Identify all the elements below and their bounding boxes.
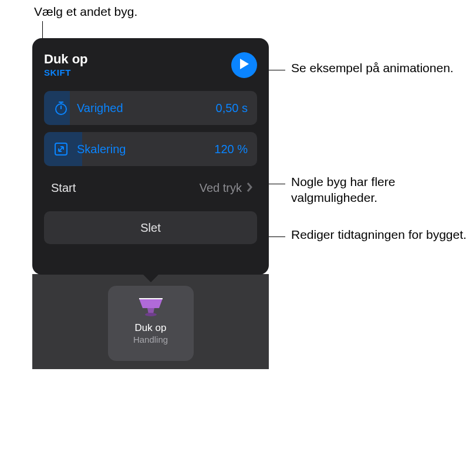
duration-row[interactable]: Varighed 0,50 s xyxy=(44,91,257,125)
popup-title-block: Duk op SKIFT xyxy=(44,52,88,77)
scale-value: 120 % xyxy=(214,143,248,156)
callout-text: Nogle byg har flere valgmuligheder. xyxy=(291,175,395,204)
lamp-icon xyxy=(136,293,166,317)
callout-text: Rediger tidtagningen for bygget. xyxy=(291,228,467,241)
stopwatch-icon xyxy=(53,100,69,116)
svg-point-5 xyxy=(145,313,157,316)
scale-label: Skalering xyxy=(77,143,214,156)
start-timing-row[interactable]: Start Ved tryk xyxy=(44,173,257,203)
build-card-title: Duk op xyxy=(135,322,167,334)
chevron-right-icon xyxy=(247,182,252,195)
preview-play-button[interactable] xyxy=(231,52,257,78)
duration-label: Varighed xyxy=(77,102,216,115)
change-build-button[interactable]: SKIFT xyxy=(44,67,88,77)
callout-choose-other-build: Vælg et andet byg. xyxy=(34,4,137,19)
build-card[interactable]: Duk op Handling xyxy=(108,286,194,361)
duration-value: 0,50 s xyxy=(216,102,248,115)
popup-title: Duk op xyxy=(44,52,88,66)
bottom-strip: Duk op Handling xyxy=(32,274,269,369)
play-icon xyxy=(239,58,249,72)
popup-header: Duk op SKIFT xyxy=(44,52,257,78)
build-options-popup: Duk op SKIFT xyxy=(32,38,269,275)
callout-more-options: Nogle byg har flere valgmuligheder. xyxy=(291,174,467,206)
start-label: Start xyxy=(51,181,200,195)
build-card-subtitle: Handling xyxy=(133,335,168,344)
delete-button[interactable]: Slet xyxy=(44,211,257,244)
delete-label: Slet xyxy=(140,221,160,235)
callout-edit-timing: Rediger tidtagningen for bygget. xyxy=(291,227,473,242)
scale-icon xyxy=(53,141,69,157)
scale-row[interactable]: Skalering 120 % xyxy=(44,132,257,166)
callout-preview-animation: Se eksempel på animationen. xyxy=(291,60,467,76)
device-area: Duk op SKIFT xyxy=(32,38,269,369)
callout-text: Se eksempel på animationen. xyxy=(291,61,454,75)
start-value: Ved tryk xyxy=(200,181,242,195)
callout-text: Vælg et andet byg. xyxy=(34,5,137,18)
